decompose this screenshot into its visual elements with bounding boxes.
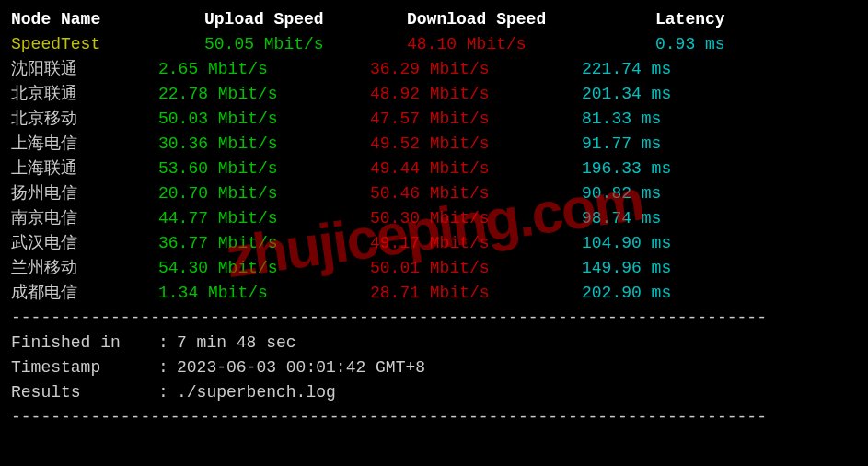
speedtest-node: SpeedTest (11, 32, 158, 57)
speedtest-download: 48.10 Mbit/s (370, 32, 582, 57)
table-row: 北京联通22.78 Mbit/s48.92 Mbit/s201.34 ms (11, 82, 857, 107)
node-cell: 武汉电信 (11, 231, 158, 256)
results-label: Results (11, 380, 158, 405)
table-row: 成都电信1.34 Mbit/s28.71 Mbit/s202.90 ms (11, 281, 857, 306)
download-cell: 28.71 Mbit/s (370, 281, 582, 306)
download-cell: 49.52 Mbit/s (370, 132, 582, 157)
divider-line: ----------------------------------------… (11, 306, 857, 331)
latency-cell: 90.82 ms (582, 181, 747, 206)
upload-cell: 36.77 Mbit/s (158, 231, 370, 256)
header-download: Download Speed (370, 7, 582, 32)
download-cell: 50.30 Mbit/s (370, 206, 582, 231)
download-cell: 48.92 Mbit/s (370, 82, 582, 107)
upload-cell: 44.77 Mbit/s (158, 206, 370, 231)
separator: : (158, 331, 177, 355)
latency-cell: 91.77 ms (582, 132, 747, 157)
node-cell: 上海联通 (11, 157, 158, 181)
latency-cell: 201.34 ms (582, 82, 747, 107)
table-row: 兰州移动54.30 Mbit/s50.01 Mbit/s149.96 ms (11, 256, 857, 281)
upload-cell: 53.60 Mbit/s (158, 157, 370, 181)
upload-cell: 30.36 Mbit/s (158, 132, 370, 157)
header-row: Node Name Upload Speed Download Speed La… (11, 7, 857, 32)
node-cell: 北京联通 (11, 82, 158, 107)
upload-cell: 20.70 Mbit/s (158, 181, 370, 206)
header-upload: Upload Speed (158, 7, 370, 32)
table-row: 扬州电信20.70 Mbit/s50.46 Mbit/s90.82 ms (11, 181, 857, 206)
download-cell: 49.44 Mbit/s (370, 157, 582, 181)
speedtest-upload: 50.05 Mbit/s (158, 32, 370, 57)
timestamp-value: 2023-06-03 00:01:42 GMT+8 (177, 355, 425, 380)
finished-label: Finished in (11, 331, 158, 355)
upload-cell: 54.30 Mbit/s (158, 256, 370, 281)
latency-cell: 221.74 ms (582, 57, 747, 82)
footer-results: Results : ./superbench.log (11, 380, 857, 405)
latency-cell: 196.33 ms (582, 157, 747, 181)
node-cell: 南京电信 (11, 206, 158, 231)
header-latency: Latency (582, 7, 747, 32)
node-cell: 兰州移动 (11, 256, 158, 281)
download-cell: 47.57 Mbit/s (370, 107, 582, 132)
node-cell: 沈阳联通 (11, 57, 158, 82)
footer-finished: Finished in : 7 min 48 sec (11, 331, 857, 355)
finished-value: 7 min 48 sec (177, 331, 296, 355)
divider-line-bottom: ----------------------------------------… (11, 405, 857, 430)
download-cell: 49.17 Mbit/s (370, 231, 582, 256)
table-row: 南京电信44.77 Mbit/s50.30 Mbit/s98.74 ms (11, 206, 857, 231)
latency-cell: 81.33 ms (582, 107, 747, 132)
speedtest-row: SpeedTest 50.05 Mbit/s 48.10 Mbit/s 0.93… (11, 32, 857, 57)
node-cell: 上海电信 (11, 132, 158, 157)
footer-block: Finished in : 7 min 48 sec Timestamp : 2… (11, 331, 857, 405)
latency-cell: 104.90 ms (582, 231, 747, 256)
separator: : (158, 380, 177, 405)
table-row: 武汉电信36.77 Mbit/s49.17 Mbit/s104.90 ms (11, 231, 857, 256)
speedtest-latency: 0.93 ms (582, 32, 747, 57)
table-row: 上海电信30.36 Mbit/s49.52 Mbit/s91.77 ms (11, 132, 857, 157)
download-cell: 50.01 Mbit/s (370, 256, 582, 281)
latency-cell: 98.74 ms (582, 206, 747, 231)
node-cell: 北京移动 (11, 107, 158, 132)
header-node: Node Name (11, 7, 158, 32)
upload-cell: 1.34 Mbit/s (158, 281, 370, 306)
upload-cell: 50.03 Mbit/s (158, 107, 370, 132)
download-cell: 36.29 Mbit/s (370, 57, 582, 82)
node-cell: 扬州电信 (11, 181, 158, 206)
timestamp-label: Timestamp (11, 355, 158, 380)
table-row: 北京移动50.03 Mbit/s47.57 Mbit/s81.33 ms (11, 107, 857, 132)
table-row: 上海联通53.60 Mbit/s49.44 Mbit/s196.33 ms (11, 157, 857, 181)
table-row: 沈阳联通2.65 Mbit/s36.29 Mbit/s221.74 ms (11, 57, 857, 82)
separator: : (158, 355, 177, 380)
upload-cell: 2.65 Mbit/s (158, 57, 370, 82)
results-value: ./superbench.log (177, 380, 336, 405)
upload-cell: 22.78 Mbit/s (158, 82, 370, 107)
latency-cell: 149.96 ms (582, 256, 747, 281)
footer-timestamp: Timestamp : 2023-06-03 00:01:42 GMT+8 (11, 355, 857, 380)
download-cell: 50.46 Mbit/s (370, 181, 582, 206)
node-cell: 成都电信 (11, 281, 158, 306)
latency-cell: 202.90 ms (582, 281, 747, 306)
